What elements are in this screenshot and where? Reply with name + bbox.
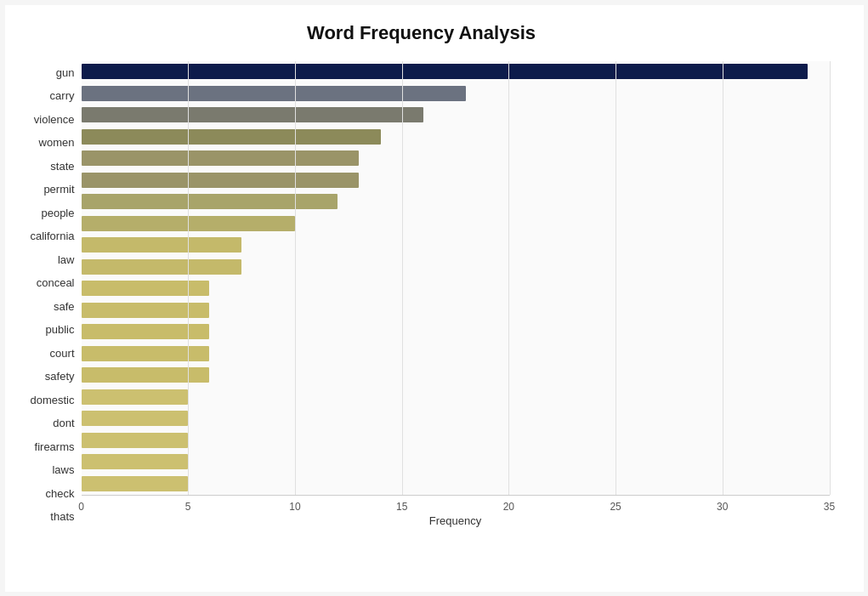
y-label: violence <box>34 110 75 128</box>
chart-container: Word Frequency Analysis guncarryviolence… <box>5 5 864 592</box>
bar <box>82 150 360 166</box>
bar-row <box>82 63 830 80</box>
y-label: permit <box>43 180 74 199</box>
grid-line <box>508 61 509 495</box>
bar-row <box>82 323 830 340</box>
grid-line <box>723 61 723 495</box>
y-axis: guncarryviolencewomenstatepermitpeopleca… <box>14 61 82 529</box>
x-tick: 20 <box>503 501 514 513</box>
bar <box>82 259 242 275</box>
x-axis-label: Frequency <box>82 514 830 527</box>
bar <box>82 281 210 296</box>
x-tick: 0 <box>78 501 84 513</box>
x-tick: 25 <box>610 501 621 513</box>
bar-row <box>82 236 830 253</box>
grid-line <box>830 61 831 495</box>
bar-row <box>82 172 830 189</box>
y-label: carry <box>50 87 75 105</box>
chart-title: Word Frequency Analysis <box>14 22 830 44</box>
y-label: gun <box>56 63 75 82</box>
bar-row <box>82 410 830 427</box>
x-axis: Frequency 05101520253035 <box>82 495 830 529</box>
bar-row <box>82 389 830 406</box>
grid-line <box>616 61 616 495</box>
bar <box>82 194 338 209</box>
bar <box>82 454 189 469</box>
bar-row <box>82 345 830 362</box>
bars-area <box>82 61 830 495</box>
bar <box>82 389 189 405</box>
bar <box>82 346 210 361</box>
bars-and-x: Frequency 05101520253035 <box>82 61 830 529</box>
bar-row <box>82 128 830 145</box>
y-label: state <box>50 156 74 175</box>
bar-row <box>82 453 830 470</box>
y-label: laws <box>52 461 74 480</box>
y-label: public <box>46 321 75 339</box>
bar <box>82 411 189 426</box>
y-label: law <box>58 250 75 269</box>
x-tick: 15 <box>396 501 407 513</box>
chart-area: guncarryviolencewomenstatepermitpeopleca… <box>14 61 830 529</box>
bar-row <box>82 475 830 492</box>
y-label: california <box>30 227 74 246</box>
bar <box>82 324 210 339</box>
y-label: dont <box>53 414 74 433</box>
bar <box>82 107 423 122</box>
y-label: people <box>41 203 74 222</box>
y-label: women <box>39 133 75 152</box>
y-label: safe <box>54 297 75 315</box>
bar-row <box>82 302 830 319</box>
bar <box>82 476 189 491</box>
grid-line <box>295 61 296 495</box>
y-label: firearms <box>35 437 75 456</box>
y-label: court <box>50 343 75 362</box>
bar-row <box>82 432 830 449</box>
bar-row <box>82 106 830 123</box>
bar <box>82 173 360 188</box>
bar <box>82 64 808 79</box>
y-label: check <box>46 484 75 502</box>
bar <box>82 303 210 318</box>
y-label: safety <box>45 367 75 386</box>
bar-row <box>82 258 830 275</box>
bar-row <box>82 85 830 102</box>
bar <box>82 433 189 448</box>
x-tick: 30 <box>717 501 728 513</box>
bar-row <box>82 215 830 232</box>
x-tick: 35 <box>824 501 835 513</box>
x-tick: 10 <box>289 501 300 513</box>
bar-row <box>82 150 830 167</box>
bar-row <box>82 280 830 297</box>
bars-rows <box>82 61 830 495</box>
bar <box>82 237 242 253</box>
bar <box>82 86 467 101</box>
bar <box>82 367 210 383</box>
grid-line <box>402 61 403 495</box>
bar <box>82 129 381 145</box>
y-label: domestic <box>30 390 74 409</box>
bar-row <box>82 366 830 383</box>
x-tick: 5 <box>185 501 191 513</box>
bar-row <box>82 193 830 210</box>
grid-line <box>188 61 189 495</box>
y-label: conceal <box>37 274 75 292</box>
y-label: thats <box>50 508 74 526</box>
